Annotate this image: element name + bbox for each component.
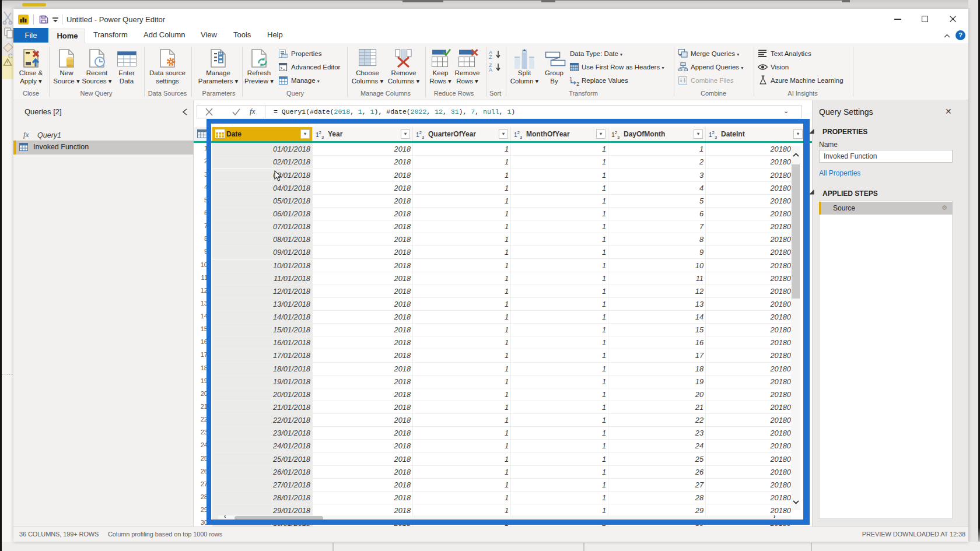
svg-text:C: C [8,53,12,59]
svg-text:Z: Z [489,54,492,60]
svg-text:2: 2 [576,81,579,86]
svg-text:1: 1 [569,76,572,82]
svg-text:A: A [489,67,492,72]
